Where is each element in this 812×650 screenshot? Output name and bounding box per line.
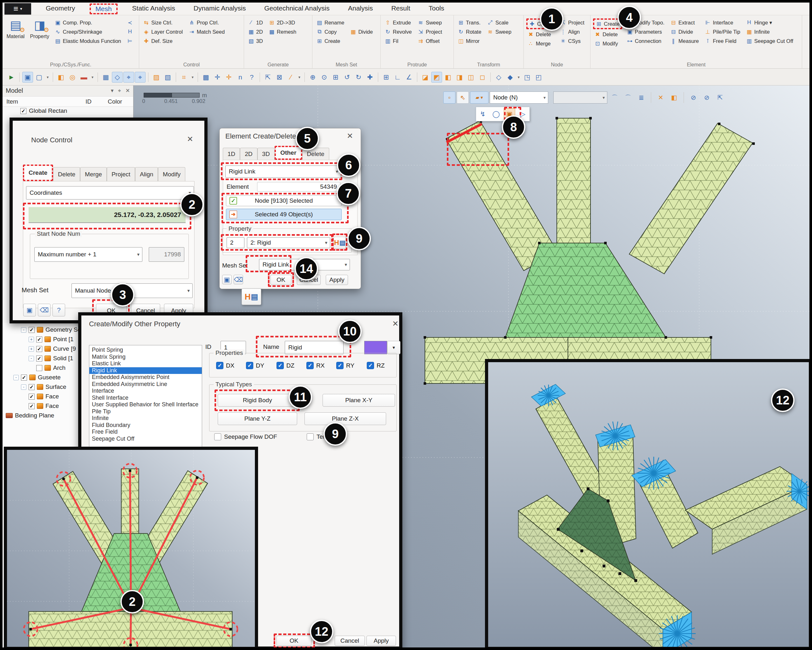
expander-icon[interactable]: - [13,375,19,380]
view-top-icon[interactable]: ◩ [431,72,442,82]
menu-geotechnical-analysis[interactable]: Geotechnical Analysis [261,3,333,14]
layout-icon[interactable]: ◰ [533,72,544,82]
query-icon[interactable]: ? [246,72,257,82]
tree-row-point-1[interactable]: +✓Point [1 [29,335,73,344]
ribbon-item-icon[interactable]: ⊨ [125,37,136,45]
ribbon-item-sweep[interactable]: ≋Sweep [416,18,443,27]
menu-result[interactable]: Result [388,3,414,14]
tab-other[interactable]: Other [275,146,302,160]
list-item-elastic-link[interactable]: Elastic Link [89,360,202,367]
workplane-icon[interactable]: ◇ [112,72,123,82]
select-curve2-icon[interactable]: ⌒ [622,92,634,104]
plane-xy-icon[interactable]: ⊞ [381,72,392,82]
rotate-cw-icon[interactable]: ↻ [353,72,364,82]
checkbox-icon[interactable]: ✓ [36,356,42,362]
zoom-window-icon[interactable]: ⊞ [330,72,341,82]
ribbon-item-comp-prop-[interactable]: ▣Comp. Prop. [53,18,122,27]
checkbox-icon[interactable]: ✓ [29,327,35,333]
expander-icon[interactable]: - [21,327,26,333]
plane-zx-icon[interactable]: ∠ [404,72,414,82]
menu-dynamic-analysis[interactable]: Dynamic Analysis [190,3,250,14]
expander-icon[interactable]: + [29,346,34,352]
ribbon-item-layer-control[interactable]: ◈Layer Control [142,27,184,36]
lock-more-icon[interactable]: ▾ [45,72,50,82]
ribbon-item-divide[interactable]: ▦Divide [349,27,374,36]
map-icon[interactable]: ▩ [200,72,211,82]
element-type-combo[interactable]: Rigid Link [225,166,341,178]
color-swatch[interactable] [364,341,387,354]
list-item-shell-interface[interactable]: Shell Interface [89,395,202,401]
list-item-pile-tip[interactable]: Pile Tip [89,408,202,415]
mesh-column[interactable] [557,118,591,244]
ribbon-item-elastic-modulus-function[interactable]: ▤Elastic Modulus Function [53,37,122,45]
property-combo[interactable]: 2: Rigid [247,237,330,248]
ribbon-item-remesh[interactable]: ▩Remesh [267,27,298,36]
apply-button[interactable]: Apply [326,275,348,285]
mesh-seed-icon[interactable]: ▧ [162,72,173,82]
ribbon-item-size-ctrl-[interactable]: ⇆Size Ctrl. [142,18,184,27]
ribbon-item-extract[interactable]: ⊟Extract [669,18,700,27]
ribbon-item-infinite[interactable]: ▦Infinite [745,27,795,36]
entity-filter-combo[interactable]: Node (N) [490,92,548,104]
filter-circle-icon[interactable]: ◯ [490,108,502,120]
node-select-button[interactable]: ✓ Node [9130] Selected [226,195,342,206]
close-icon[interactable]: ✕ [187,135,193,143]
pick-prev-icon[interactable]: ⇱ [714,92,726,104]
ribbon-item-divide[interactable]: ⊟Divide [669,27,700,36]
select-b-icon[interactable]: ⊠ [274,72,285,82]
viewport-split-icon[interactable]: ◳ [522,72,533,82]
render-sphere-icon[interactable]: ◇ [493,72,504,82]
tab-create[interactable]: Create [23,165,53,181]
select-curve-icon[interactable]: ⌒ [609,92,621,104]
shade-toggle-icon[interactable]: ◧ [56,72,66,82]
menu-tools[interactable]: Tools [425,3,448,14]
run-analysis-icon[interactable]: ► [6,72,17,82]
list-item-rigid-link[interactable]: Rigid Link [89,367,202,374]
tree-row-surface[interactable]: -✓Surface [21,383,66,391]
dof-checkbox-dy[interactable]: ✓DY [246,362,264,369]
checkbox-icon[interactable]: ✓ [20,108,26,114]
snap-more-icon[interactable]: ▾ [190,72,195,82]
lock-icon[interactable]: ▣ [22,72,33,82]
ribbon-item-project[interactable]: ⇲Project [416,27,443,36]
ribbon-item-trans-[interactable]: ⊞Trans. [456,18,483,27]
ribbon-item-free-field[interactable]: ⊺Free Field [703,37,742,45]
ribbon-item-prop-ctrl-[interactable]: ⋔Prop Ctrl. [187,18,226,27]
line-tool-icon[interactable]: ∕ [285,72,296,82]
view-back-icon[interactable]: ◻ [477,72,488,82]
tree-row-face[interactable]: ✓Face [29,392,59,401]
tree-row-guseete[interactable]: -✓Guseete [13,373,61,382]
list-item-seepage-cut-off[interactable]: Seepage Cut Off [89,436,202,442]
close-icon[interactable]: ✕ [125,87,130,94]
col-item[interactable]: Item [3,98,85,105]
color-dropdown[interactable]: ▾ [387,341,400,354]
menu-analysis[interactable]: Analysis [344,3,377,14]
plane-yz-icon[interactable]: ∟ [392,72,403,82]
ribbon-item-pile-pile-tip[interactable]: ⊥Pile/Pile Tip [703,27,742,36]
checkbox-icon[interactable]: ✓ [29,403,35,409]
select-list-icon[interactable]: ≣ [635,92,647,104]
select-invert-icon[interactable]: ◧ [668,92,680,104]
ribbon-item-rotate[interactable]: ↻Rotate [456,27,483,36]
tab-2d[interactable]: 2D [240,148,257,160]
tree-row-face[interactable]: ✓Face [29,401,59,410]
tab-1d[interactable]: 1D [223,148,240,160]
line-more-icon[interactable]: ▾ [297,72,302,82]
expander-icon[interactable]: - [21,385,26,390]
close-icon[interactable]: ✕ [392,319,398,328]
ribbon-item-delete[interactable]: ✖Delete [526,30,556,38]
select-arrow-icon[interactable]: ⇖ [457,92,469,104]
render-cube-icon[interactable]: ◆ [505,72,516,82]
coordinates-input[interactable]: 25.172, -0.23, 2.05027 [29,207,186,223]
ok-button[interactable]: OK [270,275,292,285]
start-node-mode-combo[interactable]: Maximum number + 1 [34,247,142,262]
ribbon-item-modify[interactable]: ⊡Modify [593,40,622,48]
preview-icon[interactable]: ▣ [222,275,232,284]
ribbon-item-fil[interactable]: ▥Fil [383,37,413,45]
ribbon-item-3d[interactable]: ▧3D [247,37,264,45]
tree-row[interactable]: ✓ Global Rectan [3,107,133,115]
view-front-icon[interactable]: ◫ [466,72,476,82]
view-left-icon[interactable]: ◧ [443,72,453,82]
menu-static-analysis[interactable]: Static Analysis [128,3,179,14]
zoom-dynamic-icon[interactable]: ⊙ [319,72,330,82]
